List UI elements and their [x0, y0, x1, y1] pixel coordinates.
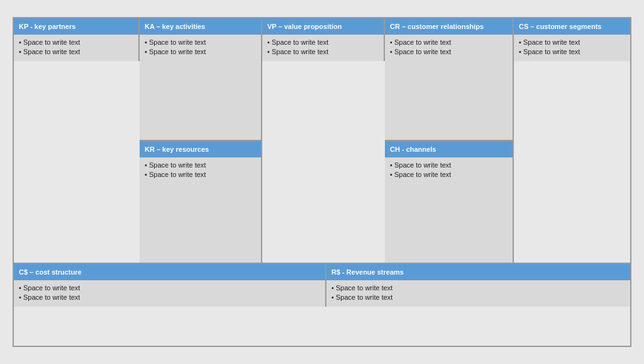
list-item: Space to write text [331, 284, 625, 292]
kp-header: KP - key partners [14, 18, 138, 35]
cs-cell: CS – customer segments Space to write te… [514, 18, 630, 61]
ka-cell: KA – key activities Space to write text … [140, 18, 261, 140]
kp-title: KP - key partners [19, 23, 75, 30]
cr-list: Space to write text Space to write text [390, 38, 508, 55]
vp-body[interactable]: Space to write text Space to write text [262, 35, 384, 61]
cost-cell: C$ – cost structure Space to write text … [14, 264, 326, 307]
cr-header: CR – customer relationships [385, 18, 513, 35]
list-item: Space to write text [390, 48, 508, 55]
ch-header: CH - channels [385, 141, 513, 157]
list-item: Space to write text [19, 293, 320, 301]
cost-header: C$ – cost structure [14, 264, 325, 280]
cs-list: Space to write text Space to write text [519, 38, 625, 55]
kr-cell: KR – key resources Space to write text S… [140, 140, 261, 263]
ka-header: KA – key activities [140, 18, 261, 35]
list-item: Space to write text [19, 284, 320, 292]
cr-title: CR – customer relationships [390, 23, 484, 30]
cr-body[interactable]: Space to write text Space to write text [385, 35, 513, 140]
vp-cell: VP – value proposition Space to write te… [262, 18, 385, 61]
revenue-cell: R$ - Revenue streams Space to write text… [326, 264, 630, 307]
list-item: Space to write text [331, 293, 625, 301]
top-section: KP - key partners Space to write text Sp… [14, 18, 630, 264]
vp-header: VP – value proposition [262, 18, 384, 35]
kr-body[interactable]: Space to write text Space to write text [140, 157, 261, 263]
kr-title: KR – key resources [145, 145, 209, 153]
revenue-body[interactable]: Space to write text Space to write text [326, 280, 630, 307]
ch-list: Space to write text Space to write text [390, 161, 508, 178]
list-item: Space to write text [390, 161, 508, 169]
kr-header: KR – key resources [140, 141, 261, 157]
list-item: Space to write text [267, 38, 379, 46]
list-item: Space to write text [145, 171, 256, 178]
ch-body[interactable]: Space to write text Space to write text [385, 157, 513, 263]
vp-title: VP – value proposition [267, 23, 341, 30]
cs-title: CS – customer segments [519, 23, 601, 30]
revenue-header: R$ - Revenue streams [326, 264, 630, 280]
list-item: Space to write text [19, 38, 133, 46]
bottom-section: C$ – cost structure Space to write text … [14, 264, 630, 346]
revenue-title: R$ - Revenue streams [331, 268, 404, 276]
ka-kr-column: KA – key activities Space to write text … [140, 18, 262, 263]
list-item: Space to write text [519, 38, 625, 46]
list-item: Space to write text [145, 38, 256, 46]
ka-title: KA – key activities [145, 23, 205, 30]
list-item: Space to write text [145, 161, 256, 169]
cost-title: C$ – cost structure [19, 268, 82, 276]
canvas: KP - key partners Space to write text Sp… [6, 11, 638, 353]
list-item: Space to write text [390, 38, 508, 46]
cr-ch-column: CR – customer relationships Space to wri… [385, 18, 514, 263]
revenue-list: Space to write text Space to write text [331, 284, 625, 301]
ch-cell: CH - channels Space to write text Space … [385, 140, 513, 263]
list-item: Space to write text [390, 171, 508, 178]
cs-header: CS – customer segments [514, 18, 630, 35]
list-item: Space to write text [145, 48, 256, 55]
list-item: Space to write text [19, 48, 133, 55]
kp-cell: KP - key partners Space to write text Sp… [14, 18, 140, 61]
cr-cell: CR – customer relationships Space to wri… [385, 18, 513, 140]
kr-list: Space to write text Space to write text [145, 161, 256, 178]
vp-list: Space to write text Space to write text [267, 38, 379, 55]
cs-body[interactable]: Space to write text Space to write text [514, 35, 630, 61]
list-item: Space to write text [519, 48, 625, 55]
kp-list: Space to write text Space to write text [19, 38, 133, 55]
business-model-canvas: KP - key partners Space to write text Sp… [13, 17, 631, 347]
ka-body[interactable]: Space to write text Space to write text [140, 35, 261, 140]
ch-title: CH - channels [390, 145, 436, 153]
cost-list: Space to write text Space to write text [19, 284, 320, 301]
kp-body[interactable]: Space to write text Space to write text [14, 35, 138, 61]
cost-body[interactable]: Space to write text Space to write text [14, 280, 325, 307]
ka-list: Space to write text Space to write text [145, 38, 256, 55]
list-item: Space to write text [267, 48, 379, 55]
